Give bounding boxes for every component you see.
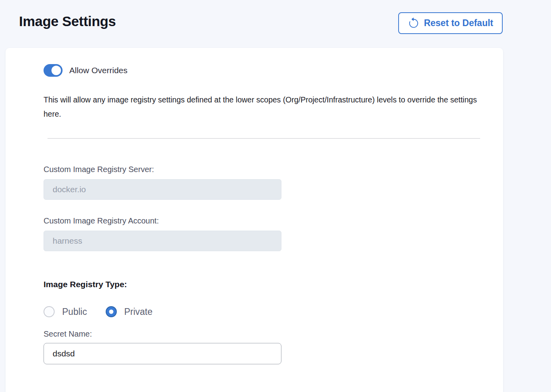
registry-server-field: Custom Image Registry Server:: [44, 165, 503, 200]
private-radio-icon[interactable]: [106, 306, 117, 317]
page-title: Image Settings: [19, 13, 116, 29]
toggle-knob: [51, 66, 61, 75]
radio-option-public[interactable]: Public: [44, 306, 87, 317]
image-settings-card: Allow Overrides This will allow any imag…: [6, 48, 503, 392]
reset-button-label: Reset to Default: [424, 18, 493, 28]
public-radio-label: Public: [62, 307, 87, 317]
registry-server-label: Custom Image Registry Server:: [44, 165, 503, 174]
secret-name-input[interactable]: [44, 343, 281, 364]
private-radio-label: Private: [124, 307, 153, 317]
overrides-description: This will allow any image registry setti…: [44, 93, 489, 121]
registry-type-radio-group: Public Private: [44, 306, 503, 317]
allow-overrides-row: Allow Overrides: [44, 64, 503, 77]
image-settings-page: Image Settings Reset to Default Allow Ov…: [0, 0, 551, 392]
public-radio-icon[interactable]: [44, 306, 55, 317]
reset-arrow-counterclockwise-icon: [408, 17, 420, 29]
registry-account-field: Custom Image Registry Account:: [44, 216, 503, 251]
registry-server-input: [44, 179, 281, 200]
registry-type-label: Image Registry Type:: [44, 280, 503, 289]
section-divider: [48, 138, 480, 139]
allow-overrides-label: Allow Overrides: [69, 66, 127, 75]
registry-account-input: [44, 231, 281, 251]
registry-account-label: Custom Image Registry Account:: [44, 216, 503, 225]
radio-option-private[interactable]: Private: [106, 306, 153, 317]
reset-to-default-button[interactable]: Reset to Default: [398, 12, 503, 34]
secret-name-label: Secret Name:: [44, 330, 503, 339]
page-header: Image Settings Reset to Default: [0, 0, 551, 48]
secret-name-field: Secret Name:: [44, 330, 503, 364]
allow-overrides-toggle[interactable]: [44, 64, 63, 77]
